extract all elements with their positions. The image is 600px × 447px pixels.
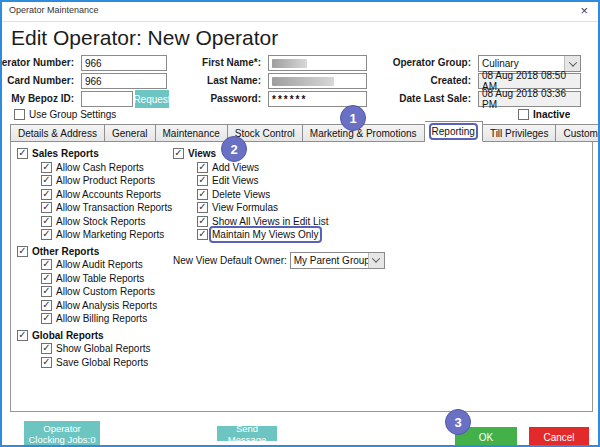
new-view-default-owner-row: New View Default Owner: My Parent Group [173,252,385,269]
checkbox-row[interactable]: Allow Table Reports [17,272,172,286]
section-global-reports: Global Reports [17,329,172,343]
checkbox-row[interactable]: Show Global Reports [17,342,172,356]
checkbox-checked[interactable] [41,162,52,173]
created-value: 08 Aug 2018 08:50 AM [478,73,581,89]
redacted-last-name [272,77,334,86]
annotation-step-3: 3 [445,409,471,435]
checkbox-unchecked[interactable] [14,109,25,120]
checkbox-checked[interactable] [41,175,52,186]
views-column: Views Add Views Edit Views Delete Views … [173,147,385,269]
checkbox-row[interactable]: Allow Audit Reports [17,258,172,272]
chevron-down-icon[interactable] [564,56,580,71]
card-number-input[interactable] [81,73,167,89]
checkbox-row[interactable]: Allow Accounts Reports [17,188,172,202]
section-views: Views [173,147,385,161]
send-message-button[interactable]: Send Message [217,426,277,441]
checkbox-checked[interactable] [41,216,52,227]
new-view-default-owner-select[interactable]: My Parent Group [290,252,385,269]
checkbox-checked[interactable] [41,202,52,213]
checkbox-row[interactable]: Edit Views [173,174,385,188]
checkbox-checked[interactable] [41,357,52,368]
annotation-step-2: 2 [221,136,247,162]
chevron-down-icon[interactable] [368,253,384,268]
use-group-settings-checkbox[interactable]: Use Group Settings [14,109,116,120]
checkbox-checked[interactable] [41,273,52,284]
operator-number-label: Operator Number: [0,55,74,71]
operator-maintenance-window: Operator Maintenance × Edit Operator: Ne… [0,0,600,447]
date-last-sale-value: 08 Aug 2018 03:36 PM [478,91,581,107]
last-name-input[interactable] [268,73,367,89]
checkbox-checked[interactable] [197,202,208,213]
checkbox-row[interactable]: Allow Marketing Reports [17,228,172,242]
my-bepoz-id-input[interactable] [81,91,133,107]
tab-details-address[interactable]: Details & Address [10,124,105,142]
reports-column: Sales Reports Allow Cash Reports Allow P… [17,147,172,369]
tab-general[interactable]: General [105,124,156,142]
checkbox-checked[interactable] [17,330,28,341]
password-label: Password: [210,91,261,107]
new-view-default-owner-label: New View Default Owner: [173,255,287,266]
checkbox-checked[interactable] [197,189,208,200]
checkbox-row[interactable]: Allow Product Reports [17,174,172,188]
checkbox-checked[interactable] [41,189,52,200]
checkbox-row[interactable]: Save Global Reports [17,356,172,370]
checkbox-row[interactable]: Allow Stock Reports [17,215,172,229]
checkbox-checked[interactable] [41,313,52,324]
close-icon[interactable]: × [580,3,588,19]
first-name-input[interactable] [268,55,367,71]
checkbox-row[interactable]: Show All Views in Edit List [173,215,385,229]
checkbox-checked[interactable] [41,300,52,311]
title-bar: Operator Maintenance × [2,2,598,22]
checkbox-row[interactable]: View Formulas [173,201,385,215]
checkbox-checked[interactable] [197,162,208,173]
section-sales-reports: Sales Reports [17,147,172,161]
card-number-label: Card Number: [7,73,74,89]
window-title: Operator Maintenance [9,5,99,15]
checkbox-checked[interactable] [41,286,52,297]
checkbox-checked[interactable] [197,175,208,186]
section-other-reports: Other Reports [17,245,172,259]
checkbox-row[interactable]: Add Views [173,161,385,175]
checkbox-row[interactable]: Delete Views [173,188,385,202]
redacted-first-name [272,59,307,68]
tab-maintenance[interactable]: Maintenance [156,124,228,142]
checkbox-checked[interactable] [41,343,52,354]
checkbox-row[interactable]: Allow Cash Reports [17,161,172,175]
checkbox-row[interactable]: Allow Custom Reports [17,285,172,299]
request-button[interactable]: Request [135,90,169,108]
checkbox-unchecked[interactable] [518,109,529,120]
last-name-label: Last Name: [207,73,261,89]
tab-till-privileges[interactable]: Till Privileges [483,124,557,142]
date-last-sale-label: Date Last Sale: [399,91,471,107]
checkbox-row[interactable]: Allow Transaction Reports [17,201,172,215]
tab-custom-info[interactable]: Custom Info [556,124,600,142]
annotation-step-1: 1 [340,105,366,131]
checkbox-checked[interactable] [197,229,208,240]
checkbox-row[interactable]: Allow Analysis Reports [17,299,172,313]
tab-strip: Details & Address General Maintenance St… [10,122,600,142]
checkbox-checked[interactable] [173,148,184,159]
operator-group-label: Operator Group: [393,55,471,71]
operator-clocking-jobs-button[interactable]: Operator Clocking Jobs:0 [24,421,100,447]
checkbox-checked[interactable] [17,246,28,257]
inactive-checkbox[interactable]: Inactive [518,109,570,120]
first-name-label: First Name*: [202,55,261,71]
checkbox-row[interactable]: Allow Billing Reports [17,312,172,326]
cancel-button[interactable]: Cancel [529,427,589,447]
tab-marketing-promotions[interactable]: Marketing & Promotions [303,124,425,142]
created-label: Created: [430,73,471,89]
checkbox-checked[interactable] [41,259,52,270]
checkbox-checked[interactable] [41,229,52,240]
checkbox-row-maintain-my-views-only[interactable]: Maintain My Views Only [173,228,385,242]
page-title: Edit Operator: New Operator [11,26,278,50]
operator-number-input[interactable] [81,55,167,71]
my-bepoz-id-label: My Bepoz ID: [11,91,74,107]
checkbox-checked[interactable] [197,216,208,227]
reporting-panel: Sales Reports Allow Cash Reports Allow P… [10,141,593,412]
checkbox-checked[interactable] [17,148,28,159]
tab-reporting[interactable]: Reporting [425,121,483,142]
